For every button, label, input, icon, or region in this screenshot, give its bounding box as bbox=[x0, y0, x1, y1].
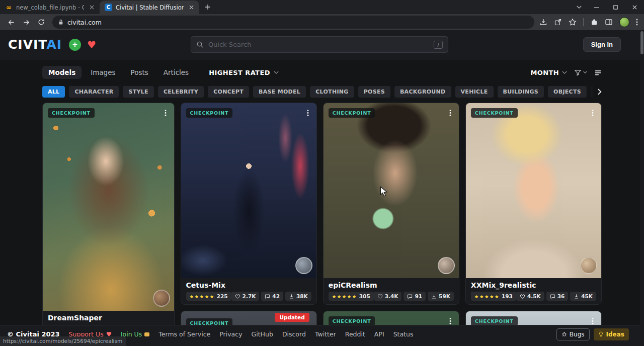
downloads-pill[interactable]: 38K bbox=[285, 292, 311, 301]
model-title: epiCRealism bbox=[329, 281, 454, 289]
comments-count: 91 bbox=[415, 293, 422, 299]
footer-link-status[interactable]: Status bbox=[393, 330, 414, 338]
chips-scroll-right-icon[interactable] bbox=[585, 85, 602, 98]
comments-pill[interactable]: 91 bbox=[404, 292, 426, 301]
footer-link-terms[interactable]: Terms of Service bbox=[158, 330, 210, 338]
close-window-button[interactable] bbox=[625, 0, 644, 14]
chevron-down-icon bbox=[583, 71, 587, 74]
favorites-heart-icon[interactable]: ♥ bbox=[87, 40, 96, 50]
category-chip[interactable]: CONCEPT bbox=[208, 86, 249, 98]
bookmark-star-icon[interactable] bbox=[569, 18, 577, 26]
forward-icon[interactable] bbox=[19, 15, 33, 29]
comments-pill[interactable]: 36 bbox=[546, 292, 569, 301]
footer-link-discord[interactable]: Discord bbox=[282, 330, 306, 338]
creator-avatar[interactable] bbox=[580, 257, 597, 274]
browser-tabstrip: ∞ new_colab_file.ipynb - Colaborat C Civ… bbox=[0, 0, 644, 14]
minimize-button[interactable] bbox=[587, 0, 606, 14]
category-chip[interactable]: BUILDINGS bbox=[498, 86, 544, 98]
ideas-button[interactable]: Ideas bbox=[594, 328, 629, 340]
back-icon[interactable] bbox=[4, 15, 18, 29]
profile-avatar[interactable] bbox=[619, 17, 629, 27]
likes-pill[interactable]: 3.4K bbox=[374, 292, 402, 301]
rating-count: 193 bbox=[502, 293, 513, 299]
share-icon[interactable] bbox=[554, 18, 562, 26]
card-menu-kebab-icon[interactable] bbox=[302, 107, 313, 118]
model-stats: ★★★★★305 3.4K 91 59K bbox=[329, 292, 454, 301]
model-thumbnail bbox=[466, 103, 601, 278]
downloads-count: 45K bbox=[581, 293, 593, 299]
browser-tab-civitai[interactable]: C Civitai | Stable Diffusion models bbox=[100, 1, 199, 14]
tab-articles[interactable]: Articles bbox=[157, 66, 195, 79]
sign-in-button[interactable]: Sign In bbox=[583, 37, 621, 52]
filter-button[interactable] bbox=[574, 69, 587, 76]
model-card-cetusmix[interactable]: CHECKPOINT Cetus-Mix ★★★★★225 2.7K 42 38… bbox=[181, 103, 317, 305]
category-chip[interactable]: BACKGROUND bbox=[394, 86, 451, 98]
sort-dropdown[interactable]: HIGHEST RATED bbox=[209, 69, 279, 76]
category-chip-all[interactable]: ALL bbox=[42, 86, 65, 98]
card-menu-kebab-icon[interactable] bbox=[587, 107, 598, 118]
category-chip[interactable]: STYLE bbox=[123, 86, 153, 98]
creator-avatar[interactable] bbox=[153, 290, 170, 307]
search-input[interactable]: Quick Search / bbox=[191, 36, 448, 53]
close-tab-icon[interactable] bbox=[187, 4, 195, 12]
card-menu-kebab-icon[interactable] bbox=[445, 107, 456, 118]
toolbar-divider bbox=[583, 18, 584, 26]
downloads-icon[interactable] bbox=[539, 18, 547, 26]
likes-count: 2.7K bbox=[243, 293, 256, 299]
create-plus-button[interactable] bbox=[69, 39, 81, 51]
new-tab-button[interactable] bbox=[201, 1, 214, 14]
chevron-down-icon bbox=[274, 71, 279, 74]
category-chip[interactable]: OBJECTS bbox=[548, 86, 587, 98]
card-menu-kebab-icon[interactable] bbox=[160, 107, 171, 118]
category-chip[interactable]: CHARACTER bbox=[69, 86, 119, 98]
address-bar[interactable]: civitai.com bbox=[52, 16, 534, 29]
footer-link-privacy[interactable]: Privacy bbox=[219, 330, 242, 338]
comments-count: 42 bbox=[272, 293, 280, 299]
downloads-count: 59K bbox=[439, 293, 450, 299]
grid-column: CHECKPOINT Cetus-Mix ★★★★★225 2.7K 42 38… bbox=[181, 103, 317, 346]
category-chip[interactable]: BASE MODEL bbox=[253, 86, 306, 98]
layout-toggle-icon[interactable] bbox=[594, 69, 602, 76]
downloads-pill[interactable]: 45K bbox=[570, 292, 596, 301]
reload-icon[interactable] bbox=[34, 15, 48, 29]
model-stats: ★★★★★193 4.5K 36 45K bbox=[471, 292, 596, 301]
footer-link-reddit[interactable]: Reddit bbox=[345, 330, 365, 338]
creator-avatar[interactable] bbox=[295, 257, 312, 274]
extensions-icon[interactable] bbox=[590, 18, 598, 26]
side-panel-icon[interactable] bbox=[605, 18, 613, 26]
rating-count: 225 bbox=[217, 293, 228, 299]
creator-avatar[interactable] bbox=[438, 257, 455, 274]
footer-link-api[interactable]: API bbox=[374, 330, 384, 338]
browser-tab-colab[interactable]: ∞ new_colab_file.ipynb - Colaborat bbox=[0, 1, 100, 14]
tab-search-icon[interactable] bbox=[572, 0, 587, 14]
search-placeholder: Quick Search bbox=[208, 41, 429, 48]
footer-link-twitter[interactable]: Twitter bbox=[315, 330, 336, 338]
model-title: XXMix_9realistic bbox=[471, 281, 596, 289]
tab-images[interactable]: Images bbox=[85, 66, 121, 79]
period-dropdown[interactable]: MONTH bbox=[530, 69, 567, 76]
model-card-epicrealism[interactable]: CHECKPOINT epiCRealism ★★★★★305 3.4K 91 … bbox=[323, 103, 459, 305]
category-chip[interactable]: CELEBRITY bbox=[158, 86, 204, 98]
category-chip[interactable]: VEHICLE bbox=[455, 86, 494, 98]
category-chip[interactable]: POSES bbox=[358, 86, 390, 98]
comments-pill[interactable]: 42 bbox=[261, 292, 283, 301]
likes-pill[interactable]: 2.7K bbox=[231, 292, 260, 301]
scrollbar-thumb[interactable] bbox=[640, 31, 643, 54]
model-title: Cetus-Mix bbox=[186, 281, 311, 289]
civitai-logo[interactable]: CIVITAI bbox=[8, 37, 62, 52]
tab-models[interactable]: Models bbox=[42, 66, 82, 79]
close-tab-icon[interactable] bbox=[88, 4, 96, 12]
downloads-pill[interactable]: 59K bbox=[428, 292, 454, 301]
maximize-button[interactable] bbox=[606, 0, 625, 14]
page-scrollbar[interactable] bbox=[640, 30, 644, 346]
model-card-xxmix[interactable]: CHECKPOINT XXMix_9realistic ★★★★★193 4.5… bbox=[465, 103, 602, 305]
lock-icon bbox=[58, 19, 63, 25]
footer-link-github[interactable]: GitHub bbox=[252, 330, 273, 338]
model-card-dreamshaper[interactable]: CHECKPOINT DreamShaper bbox=[42, 103, 175, 335]
menu-kebab-icon[interactable] bbox=[636, 18, 638, 26]
category-chip[interactable]: CLOTHING bbox=[310, 86, 354, 98]
tab-posts[interactable]: Posts bbox=[125, 66, 154, 79]
sort-label: HIGHEST RATED bbox=[209, 69, 270, 76]
likes-pill[interactable]: 4.5K bbox=[516, 292, 544, 301]
bugs-button[interactable]: Bugs bbox=[556, 328, 590, 340]
